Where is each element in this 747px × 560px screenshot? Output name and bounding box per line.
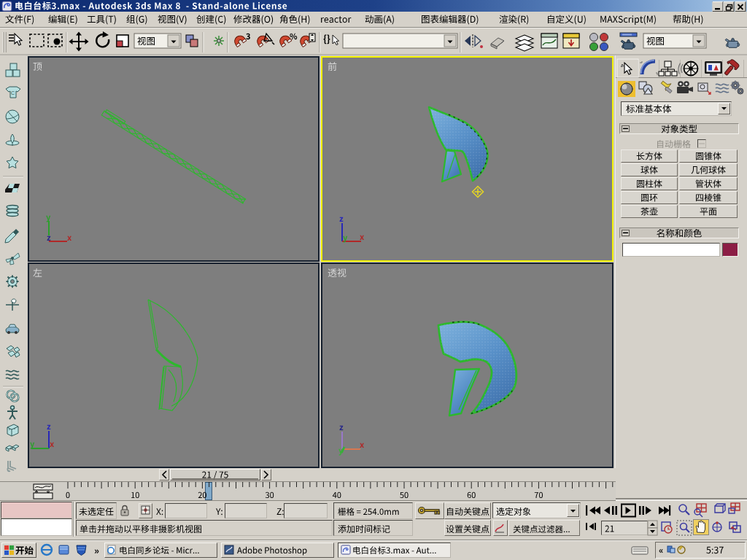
svg-text:C: C	[11, 90, 15, 96]
